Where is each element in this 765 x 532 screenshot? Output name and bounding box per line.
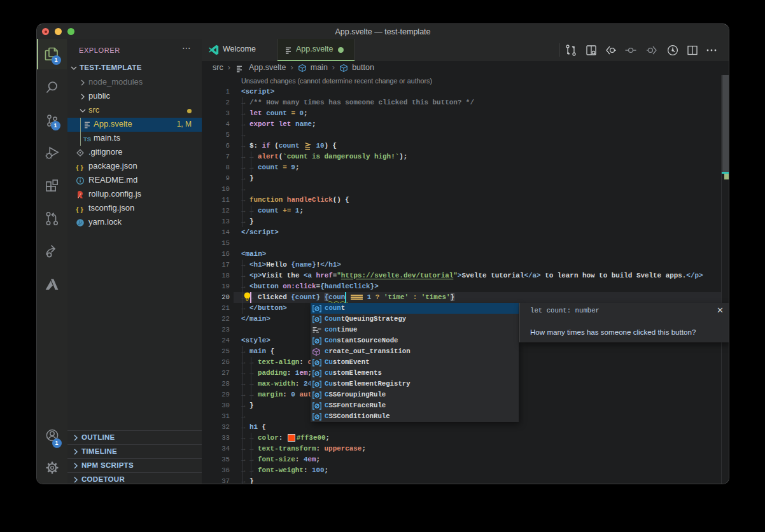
svg-text:TS: TS xyxy=(83,136,91,143)
svg-text:{ }: { } xyxy=(76,163,83,171)
svg-text:{ }: { } xyxy=(76,205,83,213)
